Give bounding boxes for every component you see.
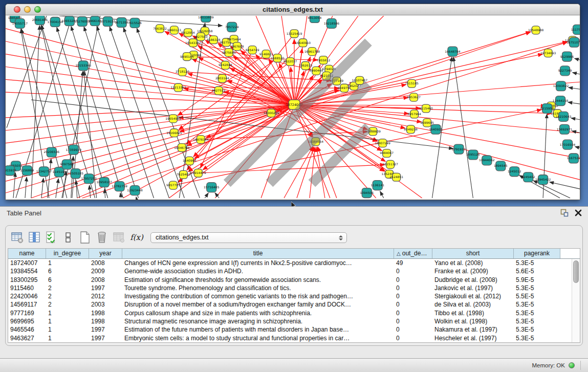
table-row[interactable]: 946554611997Estimation of the future num… bbox=[8, 325, 572, 334]
table-row[interactable]: 1456911722003Disruption of a novel membe… bbox=[8, 300, 572, 309]
status-bar: Memory: OK bbox=[0, 358, 588, 372]
table-cell: 5.3E-5 bbox=[514, 259, 560, 267]
table-body: 1872400712008Changes of HCN gene express… bbox=[8, 259, 572, 342]
table-cell: 5.5E-5 bbox=[514, 292, 560, 300]
column-header-out_de[interactable]: △out_de… bbox=[394, 249, 432, 258]
function-builder-icon[interactable]: f(x) bbox=[128, 233, 145, 242]
table-cell: Embryonic stem cells: a model to study s… bbox=[122, 334, 394, 342]
delete-table-icon[interactable] bbox=[111, 230, 126, 245]
table-cell: 18724007 bbox=[8, 259, 46, 267]
table-cell: 1 bbox=[46, 334, 89, 342]
memory-ok-indicator-icon[interactable] bbox=[569, 362, 575, 368]
table-cell: 18300295 bbox=[8, 276, 46, 284]
table-cell: Jankovic et al. (1997) bbox=[432, 284, 514, 292]
delete-column-icon[interactable] bbox=[94, 230, 110, 245]
table-cell: Franke et al. (2009) bbox=[432, 267, 514, 275]
table-cell: 0 bbox=[394, 284, 432, 292]
table-cell: 14569117 bbox=[8, 300, 46, 309]
table-cell: 5.3E-5 bbox=[514, 325, 560, 334]
table-cell: 5.3E-5 bbox=[514, 317, 560, 325]
new-column-icon[interactable] bbox=[77, 230, 93, 245]
import-checks-icon[interactable] bbox=[43, 230, 59, 245]
table-row[interactable]: 911546021997Tourette syndrome. Phenomeno… bbox=[8, 284, 572, 292]
table-row[interactable]: 977716911998Corpus callosum shape and si… bbox=[8, 309, 572, 317]
combobox-stepper-icon bbox=[338, 234, 343, 242]
table-cell: 0 bbox=[394, 334, 432, 342]
table-cell: 5.6E-5 bbox=[514, 267, 560, 275]
table-cell: 1997 bbox=[89, 334, 122, 342]
table-cell: 2009 bbox=[89, 267, 122, 275]
table-settings-icon[interactable] bbox=[10, 230, 25, 245]
table-source-combobox[interactable]: citations_edges.txt bbox=[150, 232, 347, 243]
table-cell: Investigating the contribution of common… bbox=[122, 292, 394, 300]
column-header-in_degree[interactable]: in_degree bbox=[46, 249, 89, 258]
header-filler bbox=[560, 249, 580, 258]
select-columns-icon[interactable] bbox=[27, 230, 42, 245]
table-cell: Yano et al. (2008) bbox=[432, 259, 514, 267]
table-cell: 5.3E-5 bbox=[514, 284, 560, 292]
column-header-title[interactable]: title bbox=[122, 249, 394, 258]
table-row[interactable]: 1872400712008Changes of HCN gene express… bbox=[8, 259, 572, 267]
table-source-combobox-value: citations_edges.txt bbox=[156, 234, 209, 241]
table-row[interactable]: 2242004622012Investigating the contribut… bbox=[8, 292, 572, 300]
table-header-row: namein_degreeyeartitle△out_de…shortpager… bbox=[8, 249, 580, 259]
table-cell: 9465546 bbox=[8, 325, 46, 334]
memory-status-label: Memory: OK bbox=[532, 362, 565, 368]
table-cell: 2008 bbox=[89, 259, 122, 267]
statusbar-divider bbox=[580, 361, 581, 370]
table-cell: 0 bbox=[394, 309, 432, 317]
table-cell: Structural magnetic resonance image aver… bbox=[122, 317, 394, 325]
table-cell: Wolkin et al. (1998) bbox=[432, 317, 514, 325]
table-row[interactable]: 1830029562008Estimation of significance … bbox=[8, 276, 572, 284]
table-cell: 1998 bbox=[89, 309, 122, 317]
table-cell: Hescheler et al. (1997) bbox=[432, 334, 514, 342]
table-cell: Genome-wide association studies in ADHD. bbox=[122, 267, 394, 275]
table-cell: 0 bbox=[394, 292, 432, 300]
table-cell: 1997 bbox=[89, 325, 122, 334]
sort-ascending-icon: △ bbox=[397, 251, 401, 256]
table-cell: 9699695 bbox=[8, 317, 46, 325]
column-header-short[interactable]: short bbox=[432, 249, 514, 258]
table-cell: 0 bbox=[394, 325, 432, 334]
table-cell: Estimation of significance thresholds fo… bbox=[122, 276, 394, 284]
table-panel-title: Table Panel bbox=[7, 209, 41, 217]
table-row[interactable]: 1938455462009Genome-wide association stu… bbox=[8, 267, 572, 275]
table-cell: 1 bbox=[46, 317, 89, 325]
table-toolbar: f(x) citations_edges.txt bbox=[10, 229, 578, 246]
table-cell: 22420046 bbox=[8, 292, 46, 300]
table-cell: 6 bbox=[46, 276, 89, 284]
network-canvas-area[interactable]: 9860123891295418226058982750316543382818… bbox=[6, 16, 580, 200]
table-cell: 2012 bbox=[89, 292, 122, 300]
table-cell: 1998 bbox=[89, 317, 122, 325]
table-cell: Dudbridge et al. (2008) bbox=[432, 276, 514, 284]
column-header-name[interactable]: name bbox=[8, 249, 46, 258]
column-header-pagerank[interactable]: pagerank bbox=[514, 249, 560, 258]
table-cell: Nakamura et al. (1997) bbox=[432, 325, 514, 334]
table-cell: Tourette syndrome. Phenomenology and cla… bbox=[122, 284, 394, 292]
network-view-window[interactable]: citations_edges.txt 98601238912954182260… bbox=[5, 4, 580, 200]
table-cell: Estimation of the future numbers of pati… bbox=[122, 325, 394, 334]
table-cell: 5.9E-5 bbox=[514, 276, 560, 284]
table-cell: 9115460 bbox=[8, 284, 46, 292]
table-row[interactable]: 946362711997Embryonic stem cells: a mode… bbox=[8, 334, 572, 342]
close-panel-icon[interactable] bbox=[575, 209, 582, 216]
table-cell: Changes of HCN gene expression and I(f) … bbox=[122, 259, 394, 267]
table-cell: 5.3E-5 bbox=[514, 300, 560, 309]
table-cell: 0 bbox=[394, 276, 432, 284]
table-panel-group: f(x) citations_edges.txt namein_degreeye… bbox=[5, 225, 583, 346]
node-table: namein_degreeyeartitle△out_de…shortpager… bbox=[8, 248, 580, 343]
table-cell: 2 bbox=[46, 284, 89, 292]
float-panel-icon[interactable] bbox=[560, 209, 569, 217]
table-cell: 5.3E-5 bbox=[514, 334, 560, 342]
table-cell: 2008 bbox=[89, 276, 122, 284]
row-height-icon[interactable] bbox=[60, 230, 76, 245]
table-vertical-scrollbar[interactable] bbox=[572, 259, 580, 342]
window-resize-grip[interactable] bbox=[5, 14, 578, 198]
table-cell: 2 bbox=[46, 300, 89, 309]
table-cell: 19384554 bbox=[8, 267, 46, 275]
table-row[interactable]: 969969511998Structural magnetic resonanc… bbox=[8, 317, 572, 325]
table-cell: 6 bbox=[46, 267, 89, 275]
table-cell: 2 bbox=[46, 292, 89, 300]
column-header-year[interactable]: year bbox=[89, 249, 122, 258]
scrollbar-thumb[interactable] bbox=[573, 260, 579, 283]
